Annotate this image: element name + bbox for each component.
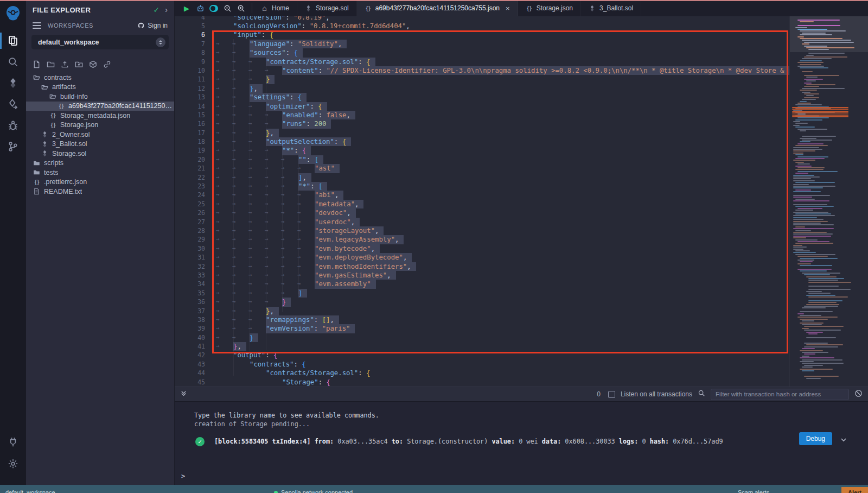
tree-item-artifacts[interactable]: artifacts	[26, 83, 174, 92]
remix-logo-icon[interactable]	[4, 4, 22, 23]
new-folder-icon[interactable]	[47, 60, 55, 68]
chevron-right-icon[interactable]: ›	[165, 5, 168, 14]
rail-debugger-icon[interactable]	[0, 115, 26, 136]
code-line-10[interactable]: 10→→→→"content": "// SPDX-License-Identi…	[175, 66, 789, 75]
code-line-4[interactable]: 4"solcVersion": "0.8.19",	[175, 16, 789, 22]
code-line-23[interactable]: 23→→→→→"*": [	[175, 182, 789, 191]
play-icon[interactable]: ▶	[182, 4, 191, 12]
tab-storage-json[interactable]: { }Storage.json	[518, 0, 581, 16]
minimap[interactable]	[789, 16, 868, 387]
transaction-row[interactable]: ✓ [block:5583405 txIndex:4] from: 0xa03.…	[195, 434, 852, 448]
rail-search-icon[interactable]	[0, 52, 26, 72]
code-line-8[interactable]: 8→→"sources": {	[175, 48, 789, 57]
statusbar-right[interactable]: Scam alerts	[738, 489, 769, 493]
scam-alert-badge[interactable]: Alert	[841, 487, 868, 493]
code-line-11[interactable]: 11→→→}	[175, 75, 789, 84]
code-line-19[interactable]: 19→→→→"*": {	[175, 146, 789, 155]
tx-expand-icon[interactable]	[840, 435, 847, 446]
tree-item-readme-txt[interactable]: README.txt	[26, 187, 174, 197]
robot-icon[interactable]	[196, 4, 205, 12]
terminal-search-icon[interactable]	[698, 389, 705, 399]
workspace-updown-icon[interactable]	[156, 37, 165, 47]
code-line-31[interactable]: 31→→→→→→"evm.deployedBytecode",	[175, 253, 789, 262]
terminal-expand-icon[interactable]	[180, 389, 187, 399]
statusbar-workspace[interactable]: default_workspace	[5, 489, 55, 493]
upload-file-icon[interactable]	[61, 60, 69, 68]
code-line-34[interactable]: 34→→→→→→"evm.assembly"	[175, 280, 789, 288]
code-editor[interactable]: 4"solcVersion": "0.8.19",5"solcLongVersi…	[175, 16, 789, 387]
code-line-15[interactable]: 15→→→→"enabled": false,	[175, 111, 789, 119]
listen-checkbox[interactable]	[608, 391, 615, 398]
code-line-38[interactable]: 38→→→"remappings": [],	[175, 315, 789, 324]
new-file-icon[interactable]	[33, 60, 41, 68]
code-line-40[interactable]: 40→→}	[175, 333, 789, 342]
toggle-icon[interactable]	[209, 4, 218, 12]
link-remote-icon[interactable]	[103, 60, 111, 68]
zoom-in-icon[interactable]	[237, 4, 245, 12]
rail-plugin-manager-icon[interactable]	[0, 432, 26, 452]
code-line-44[interactable]: 44"contracts/Storage.sol": {	[175, 369, 789, 377]
code-line-20[interactable]: 20→→→→→"": [	[175, 155, 789, 164]
code-line-24[interactable]: 24→→→→→→"abi",	[175, 191, 789, 199]
code-line-28[interactable]: 28→→→→→→"storageLayout",	[175, 226, 789, 235]
tab-a69b43f277ba20fcac141151250ca755-json[interactable]: { }a69b43f277ba20fcac141151250ca755.json…	[357, 0, 518, 16]
tab-storage-sol[interactable]: Storage.sol	[297, 0, 357, 16]
code-line-18[interactable]: 18→→→"outputSelection": {	[175, 137, 789, 146]
listen-label[interactable]: Listen on all transactions	[621, 390, 692, 398]
rail-git-icon[interactable]	[0, 136, 26, 157]
code-line-26[interactable]: 26→→→→→→"devdoc",	[175, 208, 789, 217]
workspaces-menu-icon[interactable]	[33, 22, 41, 29]
code-line-39[interactable]: 39→→→"evmVersion": "paris"	[175, 324, 789, 333]
code-line-5[interactable]: 5"solcLongVersion": "0.8.19+commit.7dd6d…	[175, 22, 789, 30]
code-line-32[interactable]: 32→→→→→→"evm.methodIdentifiers",	[175, 262, 789, 271]
close-tab-icon[interactable]: ×	[506, 4, 510, 12]
code-line-9[interactable]: 9→→→"contracts/Storage.sol": {	[175, 58, 789, 66]
upload-folder-icon[interactable]	[75, 60, 83, 68]
code-line-29[interactable]: 29→→→→→→"evm.legacyAssembly",	[175, 235, 789, 244]
code-line-14[interactable]: 14→→→"optimizer": {	[175, 102, 789, 111]
code-line-21[interactable]: 21→→→→→→"ast"	[175, 164, 789, 173]
code-line-42[interactable]: 42"output": {	[175, 351, 789, 359]
rail-settings-icon[interactable]	[0, 453, 26, 474]
github-sign-in[interactable]: Sign in	[137, 22, 168, 29]
tree-item-2-owner-sol[interactable]: 2_Owner.sol	[26, 130, 174, 140]
code-line-41[interactable]: 41→},	[175, 342, 789, 351]
clear-console-icon[interactable]	[854, 389, 863, 400]
code-line-7[interactable]: 7→→"language": "Solidity",	[175, 40, 789, 48]
tree-item--prettierrc-json[interactable]: { }.prettierrc.json	[26, 178, 174, 187]
code-line-43[interactable]: 43"contracts": {	[175, 360, 789, 369]
filter-input[interactable]	[711, 389, 849, 400]
code-line-33[interactable]: 33→→→→→→"evm.gasEstimates",	[175, 271, 789, 280]
tree-item-storage-json[interactable]: { }Storage.json	[26, 121, 174, 130]
tab-home[interactable]: ⌂Home	[253, 0, 297, 16]
terminal-prompt[interactable]: >	[181, 472, 185, 480]
tree-item-3-ballot-sol[interactable]: 3_Ballot.sol	[26, 140, 174, 149]
code-line-17[interactable]: 17→→→},	[175, 129, 789, 137]
code-line-25[interactable]: 25→→→→→→"metadata",	[175, 200, 789, 208]
debug-button[interactable]: Debug	[799, 432, 832, 445]
workspace-select[interactable]: default_workspace	[31, 35, 169, 49]
tree-item-contracts[interactable]: contracts	[26, 73, 174, 83]
code-line-30[interactable]: 30→→→→→→"evm.bytecode",	[175, 244, 789, 253]
code-line-45[interactable]: 45"Storage": {	[175, 378, 789, 387]
tree-item-storage-metadata-json[interactable]: { }Storage_metadata.json	[26, 111, 174, 121]
tree-item-scripts[interactable]: scripts	[26, 159, 174, 168]
code-line-22[interactable]: 22→→→→→],	[175, 173, 789, 182]
tree-item-storage-sol[interactable]: Storage.sol	[26, 149, 174, 159]
tree-item-a69b43f277ba20fcac141151250ca7-[interactable]: { }a69b43f277ba20fcac141151250ca7...	[26, 102, 174, 111]
code-line-6[interactable]: 6"input": {	[175, 30, 789, 39]
code-line-27[interactable]: 27→→→→→→"userdoc",	[175, 218, 789, 226]
rail-file-explorer-icon[interactable]	[0, 30, 26, 51]
tree-item-tests[interactable]: tests	[26, 168, 174, 178]
tab-3-ballot-sol[interactable]: 3_Ballot.sol	[581, 0, 641, 16]
zoom-out-icon[interactable]	[223, 4, 232, 12]
code-line-16[interactable]: 16→→→→"runs": 200	[175, 119, 789, 128]
code-line-12[interactable]: 12→→},	[175, 84, 789, 93]
code-line-13[interactable]: 13→→"settings": {	[175, 93, 789, 102]
rail-solidity-compiler-icon[interactable]	[0, 73, 26, 93]
load-box-icon[interactable]	[89, 60, 97, 68]
code-line-35[interactable]: 35→→→→→]	[175, 289, 789, 298]
rail-deploy-run-icon[interactable]	[0, 94, 26, 115]
tree-item-build-info[interactable]: build-info	[26, 92, 174, 102]
code-line-36[interactable]: 36→→→→}	[175, 298, 789, 306]
